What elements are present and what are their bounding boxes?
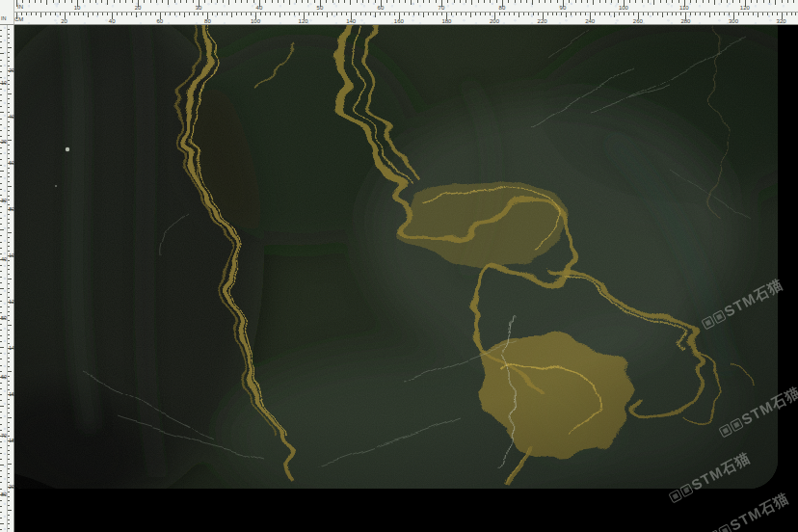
ruler-number: 110 [679, 5, 689, 11]
ruler-tick [211, 0, 212, 3]
ruler-tick [550, 0, 551, 3]
ruler-tick [117, 13, 118, 15]
ruler-tick [0, 330, 2, 331]
watermark-text: STM石猫 [727, 490, 792, 532]
ruler-tick [194, 13, 195, 15]
ruler-tick [793, 0, 794, 3]
ruler-tick [8, 29, 10, 30]
ruler-tick [60, 13, 61, 15]
ruler-tick [74, 13, 75, 15]
ruler-tick [428, 13, 429, 15]
ruler-tick [8, 47, 12, 48]
ruler-tick [8, 473, 10, 474]
ruler-tick [368, 0, 369, 3]
ruler-tick [795, 13, 796, 15]
ruler-tick [8, 80, 10, 81]
ruler-tick [460, 0, 461, 3]
ruler-tick [78, 13, 79, 15]
left-ruler-centimeters-column: 20406080100120140160180200 [7, 24, 14, 532]
ruler-number: 120 [299, 18, 308, 24]
ruler-number: 180 [9, 438, 14, 443]
ruler-tick [8, 121, 10, 122]
ruler-tick [0, 365, 2, 366]
ruler-tick [680, 13, 681, 15]
ruler-tick [8, 34, 10, 35]
ruler-tick [222, 13, 223, 15]
ruler-tick [0, 412, 2, 412]
ruler-tick [0, 119, 2, 120]
ruler-tick [652, 13, 653, 15]
ruler-tick [0, 312, 2, 313]
ruler-tick [165, 13, 166, 15]
top-ruler-centimeters-row: CM 2040608010012014016018020022024026028… [13, 12, 798, 25]
ruler-tick [0, 206, 2, 207]
ruler-tick [53, 0, 54, 3]
ruler-tick [8, 412, 10, 413]
ruler-tick [226, 13, 227, 15]
ruler-tick [0, 482, 2, 483]
ruler-tick [0, 459, 2, 460]
ruler-tick [97, 13, 98, 15]
ruler-tick [8, 306, 10, 307]
ruler-tick [350, 0, 351, 5]
ruler-tick [0, 248, 2, 249]
slab-image[interactable] [13, 24, 778, 489]
ruler-tick [31, 13, 32, 15]
ruler-tick [231, 13, 232, 17]
ruler-tick [721, 0, 722, 3]
ruler-tick [585, 13, 586, 15]
ruler-tick [8, 149, 10, 150]
ruler-tick [336, 13, 337, 15]
ruler-tick [429, 0, 430, 3]
ruler-tick [739, 0, 740, 3]
ruler-tick [611, 0, 612, 3]
ruler-tick [150, 0, 151, 3]
ruler-tick [0, 77, 2, 78]
ruler-tick [40, 13, 41, 17]
ruler-number: 20 [9, 67, 14, 73]
top-ruler-in-unit-label: IN [17, 4, 23, 10]
ruler-tick [0, 159, 2, 160]
ruler-tick [8, 246, 10, 247]
ruler-number: 10 [74, 5, 81, 11]
left-ruler: 1020304050607080 20406080100120140160180… [0, 24, 14, 532]
ruler-tick [714, 0, 715, 5]
ruler-tick [642, 0, 643, 3]
ruler-tick [0, 347, 4, 348]
ruler-tick [763, 0, 764, 3]
ruler-tick [724, 13, 725, 15]
ruler-tick [399, 0, 400, 3]
ruler-tick [566, 13, 567, 17]
ruler-tick [265, 13, 266, 15]
left-ruler-inches-column: 1020304050607080 [0, 24, 7, 532]
ruler-tick [8, 75, 10, 76]
ruler-tick [667, 13, 668, 15]
ruler-tick [0, 100, 2, 101]
ruler-tick [0, 470, 2, 471]
ruler-tick [0, 529, 2, 530]
ruler-tick [485, 13, 486, 15]
ruler-tick [45, 13, 46, 15]
ruler-tick [357, 0, 358, 3]
ruler-tick [690, 13, 691, 15]
ruler-tick [0, 489, 2, 490]
top-ruler: IN 102030405060708090100110120 CM 204060… [13, 0, 798, 25]
ruler-tick [8, 260, 10, 261]
ruler-tick [0, 253, 2, 254]
ruler-tick [8, 528, 10, 529]
ruler-tick [8, 325, 12, 326]
ruler-tick [8, 84, 10, 85]
ruler-tick [533, 13, 534, 15]
ruler-tick [696, 0, 697, 3]
ruler-tick [8, 176, 10, 177]
ruler-tick [409, 13, 410, 15]
ruler-tick [8, 283, 10, 284]
ruler-tick [69, 13, 70, 15]
ruler-tick [769, 0, 770, 3]
ruler-tick [90, 0, 91, 3]
ruler-tick [0, 66, 2, 66]
ruler-number: 90 [560, 5, 567, 11]
ruler-tick [8, 237, 10, 238]
ruler-tick [581, 0, 582, 3]
ruler-number: 60 [378, 5, 385, 11]
